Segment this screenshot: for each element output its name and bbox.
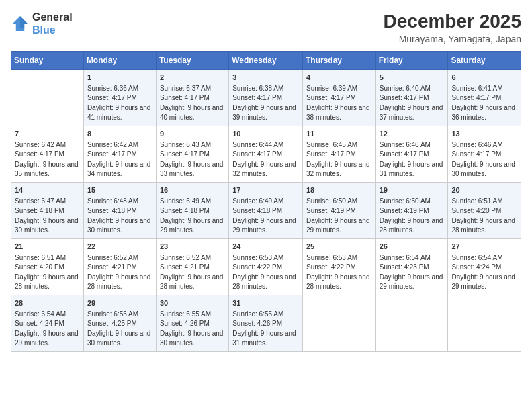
sunset-text: Sunset: 4:17 PM: [306, 150, 372, 160]
calendar-cell: 5Sunrise: 6:40 AMSunset: 4:17 PMDaylight…: [375, 70, 448, 126]
day-number: 6: [451, 73, 517, 83]
sunset-text: Sunset: 4:17 PM: [451, 150, 517, 160]
svg-marker-1: [20, 16, 28, 28]
calendar-week-row: 21Sunrise: 6:51 AMSunset: 4:20 PMDayligh…: [11, 238, 521, 295]
calendar-cell: 19Sunrise: 6:50 AMSunset: 4:19 PMDayligh…: [375, 182, 448, 238]
day-number: 26: [380, 242, 445, 253]
sunrise-text: Sunrise: 6:47 AM: [15, 197, 80, 207]
day-number: 27: [451, 242, 517, 253]
calendar-cell: 21Sunrise: 6:51 AMSunset: 4:20 PMDayligh…: [11, 238, 84, 295]
sunrise-text: Sunrise: 6:55 AM: [160, 310, 225, 320]
calendar-cell: 10Sunrise: 6:44 AMSunset: 4:17 PMDayligh…: [229, 126, 303, 182]
day-number: 4: [306, 73, 372, 83]
sunset-text: Sunset: 4:17 PM: [15, 150, 80, 160]
daylight-text: Daylight: 9 hours and 30 minutes.: [15, 216, 80, 236]
calendar-cell: 6Sunrise: 6:41 AMSunset: 4:17 PMDaylight…: [448, 70, 521, 126]
day-number: 3: [232, 73, 299, 83]
sunset-text: Sunset: 4:18 PM: [160, 206, 225, 216]
calendar-cell: 14Sunrise: 6:47 AMSunset: 4:18 PMDayligh…: [11, 182, 84, 238]
sunset-text: Sunset: 4:18 PM: [15, 206, 80, 216]
calendar-cell: 25Sunrise: 6:53 AMSunset: 4:22 PMDayligh…: [302, 238, 375, 295]
sunrise-text: Sunrise: 6:39 AM: [306, 84, 372, 94]
logo: General Blue: [11, 11, 73, 36]
daylight-text: Daylight: 9 hours and 30 minutes.: [451, 160, 517, 179]
sunset-text: Sunset: 4:26 PM: [232, 319, 299, 329]
sunset-text: Sunset: 4:24 PM: [15, 319, 80, 329]
day-number: 24: [232, 242, 299, 253]
day-of-week-header: Wednesday: [229, 52, 303, 70]
calendar-cell: 15Sunrise: 6:48 AMSunset: 4:18 PMDayligh…: [83, 182, 156, 238]
sunset-text: Sunset: 4:18 PM: [232, 206, 299, 216]
calendar-cell: 7Sunrise: 6:42 AMSunset: 4:17 PMDaylight…: [11, 126, 84, 182]
daylight-text: Daylight: 9 hours and 28 minutes.: [306, 273, 372, 292]
sunrise-text: Sunrise: 6:42 AM: [15, 140, 80, 150]
sunrise-text: Sunrise: 6:48 AM: [87, 197, 152, 207]
calendar-week-row: 14Sunrise: 6:47 AMSunset: 4:18 PMDayligh…: [11, 182, 521, 238]
sunrise-text: Sunrise: 6:54 AM: [380, 253, 445, 263]
day-of-week-header: Sunday: [11, 52, 84, 70]
title-section: December 2025 Murayama, Yamagata, Japan: [384, 11, 521, 44]
day-number: 23: [160, 242, 225, 253]
page-header: General Blue December 2025 Murayama, Yam…: [11, 11, 521, 44]
daylight-text: Daylight: 9 hours and 37 minutes.: [380, 103, 445, 123]
daylight-text: Daylight: 9 hours and 28 minutes.: [380, 216, 445, 236]
sunset-text: Sunset: 4:23 PM: [380, 263, 445, 273]
sunset-text: Sunset: 4:18 PM: [87, 206, 152, 216]
sunrise-text: Sunrise: 6:50 AM: [380, 197, 445, 207]
daylight-text: Daylight: 9 hours and 29 minutes.: [15, 329, 80, 349]
sunrise-text: Sunrise: 6:46 AM: [380, 140, 445, 150]
daylight-text: Daylight: 9 hours and 40 minutes.: [160, 103, 225, 123]
day-of-week-header: Monday: [83, 52, 156, 70]
calendar-cell: 17Sunrise: 6:49 AMSunset: 4:18 PMDayligh…: [229, 182, 303, 238]
page-container: General Blue December 2025 Murayama, Yam…: [0, 0, 532, 411]
daylight-text: Daylight: 9 hours and 28 minutes.: [160, 273, 225, 292]
daylight-text: Daylight: 9 hours and 29 minutes.: [306, 216, 372, 236]
day-number: 1: [87, 73, 152, 83]
sunset-text: Sunset: 4:26 PM: [160, 319, 225, 329]
day-number: 30: [160, 298, 225, 309]
day-number: 28: [15, 298, 80, 309]
sunrise-text: Sunrise: 6:52 AM: [160, 253, 225, 263]
calendar-cell: 4Sunrise: 6:39 AMSunset: 4:17 PMDaylight…: [302, 70, 375, 126]
sunset-text: Sunset: 4:17 PM: [380, 93, 445, 103]
day-number: 15: [87, 185, 152, 196]
daylight-text: Daylight: 9 hours and 30 minutes.: [160, 329, 225, 349]
sunrise-text: Sunrise: 6:37 AM: [160, 84, 225, 94]
calendar-cell: 2Sunrise: 6:37 AMSunset: 4:17 PMDaylight…: [156, 70, 228, 126]
sunset-text: Sunset: 4:19 PM: [380, 206, 445, 216]
sunset-text: Sunset: 4:21 PM: [87, 263, 152, 273]
calendar-week-row: 7Sunrise: 6:42 AMSunset: 4:17 PMDaylight…: [11, 126, 521, 182]
daylight-text: Daylight: 9 hours and 38 minutes.: [306, 103, 372, 123]
sunset-text: Sunset: 4:17 PM: [451, 93, 517, 103]
sunrise-text: Sunrise: 6:49 AM: [160, 197, 225, 207]
logo-text: General Blue: [32, 11, 73, 36]
calendar-cell: 28Sunrise: 6:54 AMSunset: 4:24 PMDayligh…: [11, 295, 84, 351]
day-of-week-header: Thursday: [302, 52, 375, 70]
day-number: 11: [306, 129, 372, 140]
day-number: 9: [160, 129, 225, 140]
sunset-text: Sunset: 4:21 PM: [160, 263, 225, 273]
calendar-cell: 26Sunrise: 6:54 AMSunset: 4:23 PMDayligh…: [375, 238, 448, 295]
daylight-text: Daylight: 9 hours and 29 minutes.: [160, 216, 225, 236]
daylight-text: Daylight: 9 hours and 30 minutes.: [87, 216, 152, 236]
sunset-text: Sunset: 4:17 PM: [232, 150, 299, 160]
sunrise-text: Sunrise: 6:52 AM: [87, 253, 152, 263]
logo-blue: Blue: [32, 24, 73, 36]
day-number: 14: [15, 185, 80, 196]
day-number: 18: [306, 185, 372, 196]
logo-icon: [11, 14, 30, 33]
day-number: 12: [380, 129, 445, 140]
daylight-text: Daylight: 9 hours and 30 minutes.: [87, 329, 152, 349]
daylight-text: Daylight: 9 hours and 32 minutes.: [232, 160, 299, 179]
calendar-cell: [448, 295, 521, 351]
sunset-text: Sunset: 4:19 PM: [306, 206, 372, 216]
daylight-text: Daylight: 9 hours and 41 minutes.: [87, 103, 152, 123]
sunrise-text: Sunrise: 6:38 AM: [232, 84, 299, 94]
sunrise-text: Sunrise: 6:42 AM: [87, 140, 152, 150]
sunrise-text: Sunrise: 6:51 AM: [15, 253, 80, 263]
sunset-text: Sunset: 4:17 PM: [232, 93, 299, 103]
sunrise-text: Sunrise: 6:43 AM: [160, 140, 225, 150]
calendar-cell: 30Sunrise: 6:55 AMSunset: 4:26 PMDayligh…: [156, 295, 228, 351]
sunset-text: Sunset: 4:24 PM: [451, 263, 517, 273]
calendar-cell: [11, 70, 84, 126]
